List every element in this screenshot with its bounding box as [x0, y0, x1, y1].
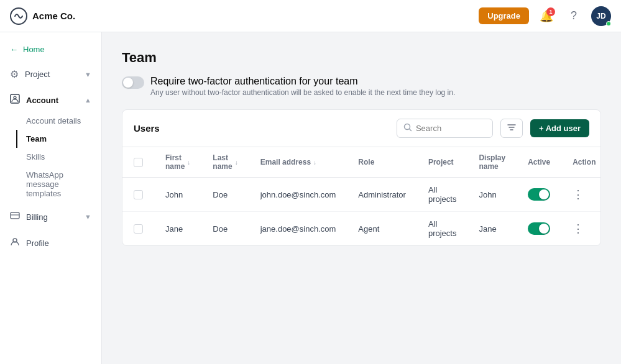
search-icon [403, 123, 412, 134]
billing-label: Billing [26, 212, 48, 222]
row-role: Agent [347, 212, 417, 246]
gear-icon: ⚙ [10, 68, 19, 80]
two-factor-text-block: Require two-factor authentication for yo… [150, 76, 455, 97]
row-first-name: John [154, 178, 201, 212]
profile-icon [10, 237, 20, 249]
sidebar-item-account[interactable]: Account ▲ [0, 88, 101, 112]
row-project: All projects [417, 212, 468, 246]
company-name: Acme Co. [32, 11, 75, 21]
th-email: Email address ↓ [249, 147, 347, 178]
help-button[interactable]: ? [564, 6, 584, 26]
row-checkbox-cell [122, 212, 154, 246]
main-content: Team Require two-factor authentication f… [102, 32, 621, 364]
filter-icon [507, 123, 516, 134]
search-box[interactable] [397, 119, 493, 138]
project-label: Project [25, 70, 50, 79]
chevron-down-icon: ▼ [85, 213, 91, 221]
home-label: Home [23, 45, 45, 54]
sidebar-item-project[interactable]: ⚙ Project ▼ [0, 63, 101, 86]
th-last-name: Last name ↓ [201, 147, 249, 178]
th-role: Role [347, 147, 417, 178]
table-row: John Doe john.doe@sinch.com Administrato… [122, 178, 601, 212]
account-label: Account [26, 96, 58, 105]
select-all-checkbox[interactable] [134, 158, 143, 167]
filter-button[interactable] [500, 119, 523, 138]
two-factor-label: Require two-factor authentication for yo… [150, 76, 455, 87]
row-checkbox[interactable] [134, 224, 143, 234]
chevron-down-icon: ▼ [85, 71, 91, 78]
sidebar-item-billing[interactable]: Billing ▼ [0, 205, 101, 229]
topnav: Acme Co. Upgrade 🔔 1 ? JD [0, 0, 621, 32]
notification-badge: 1 [546, 7, 555, 16]
svg-point-2 [14, 96, 16, 99]
users-table: First name ↓ Last name ↓ [122, 147, 601, 245]
row-action[interactable]: ⋮ [561, 212, 601, 246]
two-factor-toggle[interactable] [122, 76, 144, 89]
th-first-name: First name ↓ [154, 147, 201, 178]
logo-icon [10, 7, 27, 25]
row-last-name: Doe [201, 212, 249, 246]
account-submenu: Account details Team Skills WhatsApp mes… [0, 112, 101, 202]
logo-area: Acme Co. [10, 7, 479, 25]
layout: ← Home ⚙ Project ▼ Account [0, 32, 621, 364]
two-factor-sub: Any user without two-factor authenticati… [150, 88, 455, 97]
th-checkbox [122, 147, 154, 178]
upgrade-button[interactable]: Upgrade [479, 7, 529, 24]
profile-label: Profile [26, 239, 49, 248]
account-icon [10, 94, 20, 106]
row-checkbox[interactable] [134, 190, 143, 199]
row-active[interactable] [517, 178, 561, 212]
avatar-initials: JD [596, 12, 605, 20]
row-action[interactable]: ⋮ [561, 178, 601, 212]
sidebar-item-whatsapp[interactable]: WhatsApp message templates [26, 166, 101, 202]
toggle-knob [539, 189, 549, 199]
row-checkbox-cell [122, 178, 154, 212]
sidebar-section-profile: Profile [0, 230, 101, 256]
sidebar-section-billing: Billing ▼ [0, 204, 101, 230]
billing-icon [10, 211, 20, 223]
toggle-knob [539, 224, 549, 234]
sidebar-item-skills[interactable]: Skills [26, 148, 101, 166]
svg-rect-3 [11, 212, 19, 219]
sort-arrow-icon: ↓ [235, 159, 238, 166]
users-header: Users [122, 110, 600, 147]
row-email: jane.doe@sinch.com [249, 212, 347, 246]
row-first-name: Jane [154, 212, 201, 246]
row-email: john.doe@sinch.com [249, 178, 347, 212]
add-user-button[interactable]: + Add user [530, 119, 589, 137]
sidebar-item-team[interactable]: Team [16, 130, 101, 148]
row-project: All projects [417, 178, 468, 212]
two-factor-row: Require two-factor authentication for yo… [122, 76, 601, 97]
toggle-knob [123, 78, 133, 88]
search-input[interactable] [416, 124, 486, 133]
sidebar: ← Home ⚙ Project ▼ Account [0, 32, 102, 364]
th-display-name: Display name [467, 147, 517, 178]
two-factor-toggle-wrap[interactable] [122, 76, 144, 89]
sidebar-section-project: ⚙ Project ▼ [0, 61, 101, 87]
th-active: Active [517, 147, 561, 178]
users-title: Users [134, 123, 389, 134]
active-toggle[interactable] [528, 188, 550, 201]
action-menu-button[interactable]: ⋮ [573, 188, 584, 201]
sidebar-item-account-details[interactable]: Account details [26, 112, 101, 130]
notifications-button[interactable]: 🔔 1 [536, 6, 556, 26]
row-display-name: John [467, 178, 517, 212]
sort-arrow-icon: ↓ [313, 159, 316, 166]
arrow-left-icon: ← [10, 45, 18, 54]
sidebar-section-account: Account ▲ Account details Team Skills Wh… [0, 87, 101, 204]
avatar-button[interactable]: JD [591, 6, 611, 26]
row-active[interactable] [517, 212, 561, 246]
row-display-name: Jane [467, 212, 517, 246]
row-last-name: Doe [201, 178, 249, 212]
th-project: Project [417, 147, 468, 178]
topnav-actions: Upgrade 🔔 1 ? JD [479, 6, 611, 26]
th-action: Action [561, 147, 601, 178]
action-menu-button[interactable]: ⋮ [573, 222, 584, 235]
page-title: Team [122, 50, 601, 66]
users-card: Users [122, 109, 601, 246]
active-toggle[interactable] [528, 222, 550, 235]
sort-arrow-icon: ↓ [187, 159, 190, 166]
sidebar-home[interactable]: ← Home [0, 40, 101, 59]
question-icon: ? [571, 9, 577, 22]
sidebar-item-profile[interactable]: Profile [0, 231, 101, 255]
